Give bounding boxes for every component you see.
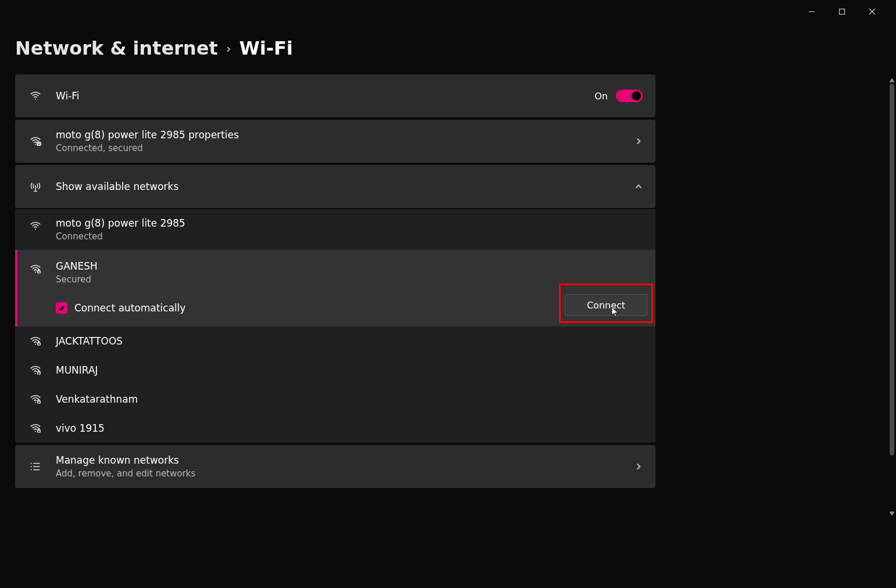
maximize-button[interactable] <box>832 3 852 20</box>
wifi-secured-icon <box>28 393 43 406</box>
available-networks-label: Show available networks <box>56 181 635 192</box>
network-item[interactable]: Venkatarathnam <box>15 385 655 414</box>
svg-point-20 <box>35 431 36 432</box>
breadcrumb: Network & internet › Wi-Fi <box>15 37 293 59</box>
wifi-toggle[interactable] <box>616 89 643 102</box>
list-icon <box>28 460 43 473</box>
available-networks-header[interactable]: Show available networks <box>15 165 655 208</box>
scroll-down-arrow-icon[interactable] <box>889 508 895 514</box>
scrollbar-thumb[interactable] <box>890 84 894 456</box>
scroll-up-arrow-icon[interactable] <box>889 74 895 80</box>
antenna-icon <box>28 180 43 193</box>
svg-marker-28 <box>890 78 894 82</box>
svg-point-22 <box>31 463 32 464</box>
available-networks-list: moto g(8) power lite 2985 Connected GANE… <box>15 209 655 443</box>
chevron-right-icon <box>635 137 643 145</box>
svg-rect-21 <box>38 430 41 432</box>
svg-rect-19 <box>38 401 41 403</box>
svg-point-24 <box>31 466 32 467</box>
wifi-label: Wi-Fi <box>56 90 594 102</box>
connect-automatically-label: Connect automatically <box>74 302 186 314</box>
minimize-button[interactable] <box>802 3 822 20</box>
network-ssid: JACKTATTOOS <box>56 335 123 347</box>
settings-panel: Wi-Fi On moto g(8) power lite 2985 prope… <box>15 74 655 490</box>
manage-networks-title: Manage known networks <box>56 454 635 466</box>
network-ssid: GANESH <box>56 260 186 272</box>
connected-network-card[interactable]: moto g(8) power lite 2985 properties Con… <box>15 120 655 163</box>
chevron-right-icon: › <box>226 41 231 56</box>
wifi-secured-icon <box>28 422 43 435</box>
svg-point-14 <box>35 344 36 345</box>
connect-automatically-checkbox[interactable] <box>56 302 67 314</box>
vertical-scrollbar[interactable] <box>889 73 895 515</box>
connect-button[interactable]: Connect <box>565 294 647 316</box>
svg-point-26 <box>31 469 32 471</box>
network-ssid: vivo 1915 <box>56 422 105 434</box>
network-item-selected[interactable]: GANESH Secured Connect automatically Con… <box>15 250 655 327</box>
svg-rect-15 <box>38 343 41 345</box>
manage-networks-subtitle: Add, remove, and edit networks <box>56 468 635 479</box>
svg-point-4 <box>35 99 36 100</box>
wifi-toggle-card: Wi-Fi On <box>15 74 655 117</box>
svg-point-12 <box>35 272 36 273</box>
wifi-icon <box>28 89 43 102</box>
svg-point-8 <box>35 185 36 187</box>
chevron-right-icon <box>635 462 643 471</box>
network-item[interactable]: MUNIRAJ <box>15 356 655 385</box>
network-ssid: Venkatarathnam <box>56 393 138 405</box>
svg-point-18 <box>35 402 36 403</box>
network-item-connected[interactable]: moto g(8) power lite 2985 Connected <box>15 209 655 250</box>
wifi-secured-icon <box>28 335 43 347</box>
svg-point-11 <box>35 229 36 230</box>
titlebar <box>802 0 896 23</box>
svg-point-16 <box>35 373 36 374</box>
network-status: Secured <box>56 274 186 285</box>
svg-marker-29 <box>890 512 894 515</box>
network-ssid: MUNIRAJ <box>56 364 98 376</box>
breadcrumb-current: Wi-Fi <box>239 37 293 59</box>
manage-networks-card[interactable]: Manage known networks Add, remove, and e… <box>15 445 655 488</box>
close-button[interactable] <box>862 3 882 20</box>
network-item[interactable]: vivo 1915 <box>15 414 655 443</box>
chevron-up-icon <box>635 182 643 191</box>
connected-network-subtitle: Connected, secured <box>56 143 635 153</box>
wifi-secured-icon <box>28 364 43 377</box>
svg-rect-1 <box>840 9 845 15</box>
network-status: Connected <box>56 231 185 242</box>
breadcrumb-parent[interactable]: Network & internet <box>15 37 218 59</box>
wifi-secured-icon <box>28 263 43 275</box>
network-ssid: moto g(8) power lite 2985 <box>56 217 185 229</box>
wifi-secured-icon <box>28 135 43 148</box>
wifi-state-label: On <box>594 91 608 102</box>
svg-point-5 <box>35 144 36 145</box>
network-item[interactable]: JACKTATTOOS <box>15 327 655 356</box>
cursor-icon <box>611 307 619 317</box>
connected-network-title: moto g(8) power lite 2985 properties <box>56 129 635 141</box>
svg-rect-17 <box>38 372 41 374</box>
svg-rect-13 <box>38 271 41 273</box>
wifi-icon <box>28 220 43 232</box>
